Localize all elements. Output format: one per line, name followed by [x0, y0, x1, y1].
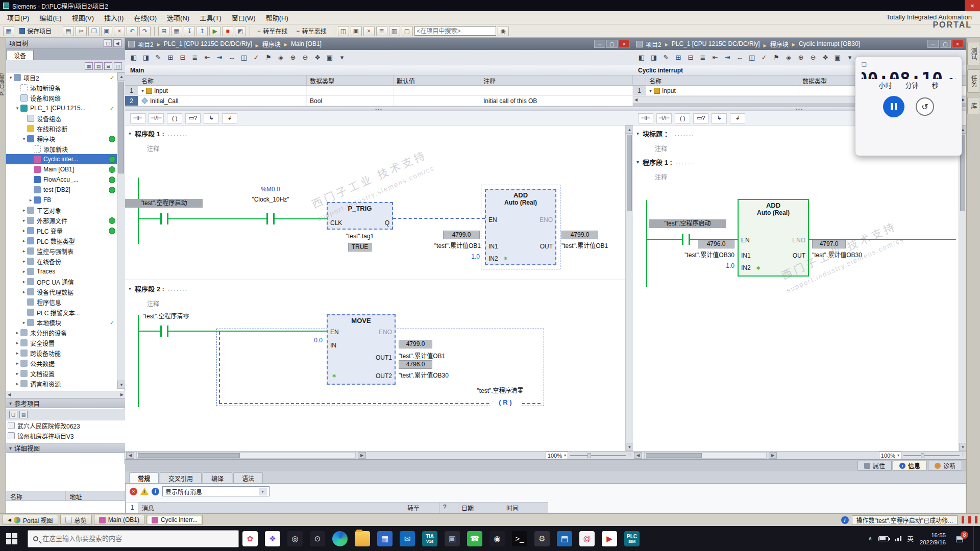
out2-operand[interactable]: "test".累计值OB30 [399, 370, 496, 379]
new-project-icon[interactable]: ▦ [3, 26, 14, 36]
detail-col-address[interactable]: 地址 [66, 491, 126, 500]
reference-project-item[interactable]: 锦州机房群控项目V3 [6, 431, 125, 441]
scroll-right-icon[interactable]: ▶ [769, 452, 777, 459]
ladder-instruction-icon[interactable]: ↲ [222, 113, 237, 123]
toolbar-icon[interactable]: ↷ [139, 26, 151, 36]
menu-item[interactable]: 工具(T) [194, 11, 227, 24]
editor-toolbar-icon[interactable]: ⇥ [722, 52, 733, 63]
col-question[interactable]: ? [440, 502, 458, 513]
tree-item[interactable]: 设备和网络 [6, 93, 117, 103]
tree-item[interactable]: 添加新设备 [6, 83, 117, 93]
breadcrumb-item[interactable]: 项目2 [646, 40, 662, 48]
vertical-tab-plc-programming[interactable]: PLC编程 [0, 38, 6, 513]
tree-toolbar-icon[interactable]: ▤ [94, 62, 103, 70]
editor-toolbar-icon[interactable]: ◧ [128, 52, 139, 63]
toolbar-icon[interactable]: ⊞ [158, 26, 169, 36]
tree-item[interactable]: FlowAccu_... [6, 174, 117, 185]
expander-icon[interactable] [8, 75, 14, 80]
language-indicator[interactable]: 英 [908, 534, 914, 543]
editor-toolbar-icon[interactable]: ◧ [636, 52, 647, 63]
zoom-slider[interactable] [570, 455, 626, 456]
toolbar-icon[interactable]: × [363, 26, 375, 36]
minimize-icon[interactable]: ─ [594, 40, 605, 48]
detail-view-header[interactable]: ▾ 详细视图 [6, 443, 125, 453]
collapse-icon[interactable]: ▾ [129, 286, 131, 291]
col-comment[interactable]: 注释 [480, 76, 633, 85]
tree-item[interactable]: 监控与强制表 [6, 246, 117, 256]
project-search-input[interactable] [414, 26, 496, 36]
task-card-tab[interactable]: 测试 [967, 42, 979, 65]
tree-item[interactable]: 在线备份 [6, 256, 117, 266]
out-operand[interactable]: "test".累计值OB1 [561, 241, 625, 249]
reset-coil-operand[interactable]: "test".空程序清零 [454, 386, 546, 394]
tree-item[interactable]: 跨设备功能 [6, 348, 117, 358]
maximize-icon[interactable]: ▢ [606, 40, 618, 48]
tree-item[interactable]: 语言和资源 [6, 379, 117, 389]
tree-item[interactable]: FB [6, 195, 117, 205]
block-title-header[interactable]: ▾ 块标题 ： ....... [636, 129, 695, 138]
expander-icon[interactable] [21, 218, 27, 223]
editor-toolbar-icon[interactable]: ⚑ [771, 52, 782, 63]
col-name[interactable]: 名称 [138, 76, 307, 85]
contact2-address[interactable]: %M0.0 [232, 186, 309, 193]
editor-toolbar-icon[interactable]: ✎ [660, 52, 672, 63]
contact2-operand[interactable]: "Clock_10Hz" [232, 196, 309, 203]
expand-icon[interactable]: ❏ [862, 61, 867, 67]
in1-operand[interactable]: "test".累计值OB1 [403, 241, 481, 249]
pause-button[interactable] [883, 96, 904, 117]
editor-toolbar-icon[interactable]: ◈ [275, 52, 286, 63]
ref-toolbar-icon[interactable]: ❏ [9, 411, 17, 418]
start-button[interactable] [0, 526, 23, 551]
toolbar-icon[interactable]: ■ [222, 26, 233, 36]
ladder-instruction-icon[interactable]: ↲ [730, 113, 745, 123]
scrollbar-thumb[interactable] [118, 82, 124, 173]
tree-item[interactable]: Cyclic inter... [6, 154, 117, 164]
editor-toolbar-icon[interactable]: ⊖ [300, 52, 311, 63]
breadcrumb-item[interactable]: 程序块 [252, 40, 281, 48]
ref-toolbar-icon[interactable]: ▤ [19, 411, 28, 418]
menu-item[interactable]: 帮助(H) [261, 11, 293, 24]
tree-item[interactable]: PLC 数据类型 [6, 236, 117, 246]
breadcrumb-item[interactable]: Cyclic interrupt [OB30] [789, 40, 860, 47]
tree-item[interactable]: OPC UA 通信 [6, 277, 117, 287]
contact-start[interactable] [160, 213, 168, 224]
block-comment[interactable]: 注释 [655, 144, 667, 153]
battery-icon[interactable] [878, 536, 889, 541]
editor-toolbar-icon[interactable]: ❖ [820, 52, 831, 63]
taskbar-app-icon[interactable]: ▣ [441, 526, 463, 551]
contact-start[interactable] [682, 234, 690, 245]
expander-icon[interactable] [21, 279, 27, 284]
editor-toolbar-icon[interactable]: ⊞ [673, 52, 684, 63]
expander-icon[interactable] [14, 330, 20, 335]
toolbar-icon[interactable]: ↶ [127, 26, 138, 36]
toolbar-icon[interactable]: ❐ [88, 26, 100, 36]
expander-icon[interactable] [28, 197, 34, 203]
interface-row-input[interactable]: 1 ▾Input [125, 86, 633, 96]
zoom-select[interactable]: 100%▾ [546, 452, 568, 459]
row-expander-icon[interactable]: ▾ [649, 88, 652, 93]
expander-icon[interactable] [21, 289, 27, 294]
editor-toolbar-icon[interactable]: ◫ [746, 52, 757, 63]
interface-row-initial-call[interactable]: 2 Initial_Call Bool Initial call of this… [125, 96, 633, 106]
close-icon[interactable]: × [619, 40, 630, 48]
scroll-left-icon[interactable]: ◀ [126, 452, 134, 459]
editor-toolbar-icon[interactable]: ↔ [734, 52, 745, 63]
taskbar-app-icon[interactable]: ❖ [261, 526, 284, 551]
editor-toolbar-icon[interactable]: ⊕ [287, 52, 299, 63]
editor-toolbar-icon[interactable]: ◨ [648, 52, 659, 63]
taskbar-app-icon[interactable] [329, 526, 351, 551]
warning-icon[interactable] [140, 488, 149, 495]
editor-left-vscrollbar[interactable]: ▲ ▼ [625, 126, 633, 451]
editor-toolbar-icon[interactable]: ⊟ [685, 52, 696, 63]
reference-projects-header[interactable]: ▾ 参考项目 [6, 398, 125, 408]
toolbar-icon[interactable]: ◩ [235, 26, 246, 36]
collapse-icon[interactable]: ▾ [636, 159, 639, 165]
ladder-instruction-icon[interactable]: ▭? [693, 113, 708, 123]
taskbar-app-icon[interactable]: ▦ [374, 526, 396, 551]
in1-operand[interactable]: "test".累计值OB30 [653, 250, 734, 259]
tree-item[interactable]: test [DB2] [6, 185, 117, 195]
task-card-tab[interactable]: 库 [967, 97, 979, 114]
timer-overlay[interactable]: ❏ 00:08:10 .12 小时 分钟 秒 ↺ [855, 56, 962, 156]
ladder-instruction-icon[interactable]: ( ) [167, 113, 182, 123]
toolbar-icon[interactable]: ▶ [209, 26, 220, 36]
